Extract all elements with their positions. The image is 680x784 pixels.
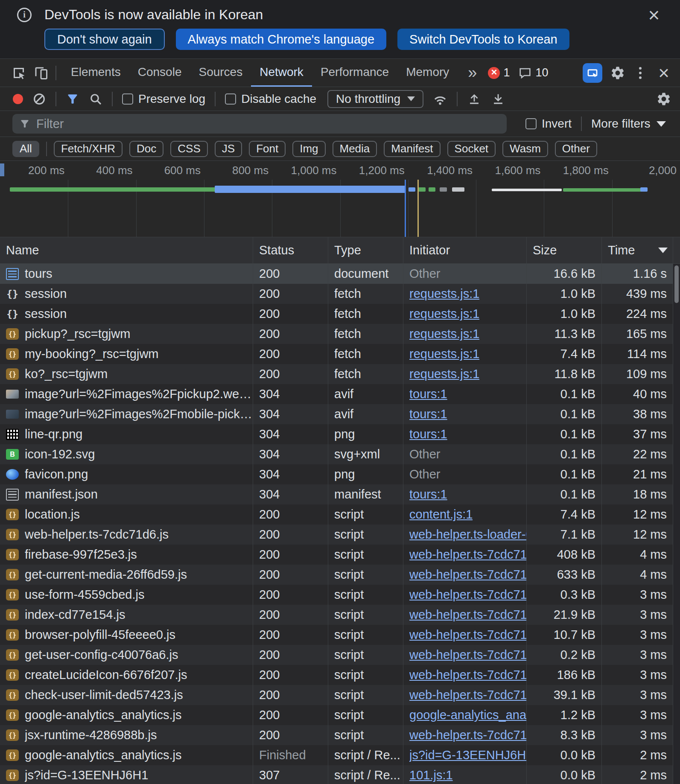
filter-chip-img[interactable]: Img [292, 141, 325, 157]
dont-show-again-button[interactable]: Don't show again [44, 29, 165, 50]
initiator-link[interactable]: tours:1 [409, 387, 447, 401]
initiator-link[interactable]: tours:1 [409, 407, 447, 421]
table-row[interactable]: browser-polyfill-45feeee0.js200scriptweb… [0, 625, 673, 645]
table-row[interactable]: session200fetchrequests.js:11.0 kB224 ms [0, 304, 673, 324]
overview-handle[interactable] [0, 163, 4, 176]
infobar-close-icon[interactable] [643, 4, 665, 26]
invert-checkbox[interactable] [525, 118, 537, 129]
match-chrome-language-button[interactable]: Always match Chrome's language [176, 29, 387, 50]
filter-chip-js[interactable]: JS [215, 141, 242, 157]
more-tabs-icon[interactable] [468, 64, 477, 82]
filter-chip-font[interactable]: Font [249, 141, 286, 157]
tab-network[interactable]: Network [251, 59, 312, 87]
column-header-name[interactable]: Name [0, 237, 253, 263]
tab-elements[interactable]: Elements [62, 59, 129, 87]
filter-input[interactable] [36, 117, 500, 131]
table-row[interactable]: js?id=G-13EENHJ6H1307script / Re...101.j… [0, 765, 673, 784]
tab-sources[interactable]: Sources [190, 59, 251, 87]
table-row[interactable]: ko?_rsc=tgjwm200fetchrequests.js:111.8 k… [0, 364, 673, 384]
initiator-link[interactable]: tours:1 [409, 487, 447, 501]
table-scrollbar[interactable] [673, 264, 680, 784]
switch-devtools-korean-button[interactable]: Switch DevTools to Korean [397, 29, 569, 50]
table-row[interactable]: google-analytics_analytics.jsFinishedscr… [0, 745, 673, 765]
initiator-link[interactable]: requests.js:1 [409, 347, 479, 361]
initiator-link[interactable]: web-helper.ts-7cdc71d6 [409, 568, 526, 582]
table-row[interactable]: use-form-4559cbed.js200scriptweb-helper.… [0, 585, 673, 605]
column-header-initiator[interactable]: Initiator [403, 237, 527, 263]
column-header-size[interactable]: Size [527, 237, 602, 263]
initiator-link[interactable]: 101.js:1 [409, 768, 453, 782]
initiator-link[interactable]: web-helper.ts-7cdc71d6 [409, 648, 526, 662]
initiator-link[interactable]: web-helper.ts-7cdc71d6 [409, 728, 526, 742]
initiator-link[interactable]: web-helper.ts-7cdc71d6 [409, 688, 526, 702]
messages-badge[interactable]: 10 [518, 66, 548, 80]
network-settings-gear-icon[interactable] [656, 91, 671, 107]
import-har-icon[interactable] [467, 92, 482, 106]
filter-chip-socket[interactable]: Socket [447, 141, 496, 157]
table-row[interactable]: get-user-config-c40076a6.js200scriptweb-… [0, 645, 673, 665]
table-row[interactable]: tours200documentOther16.6 kB1.16 s [0, 264, 673, 284]
table-row[interactable]: my-booking?_rsc=tgjwm200fetchrequests.js… [0, 344, 673, 364]
preserve-log-checkbox[interactable] [122, 93, 133, 105]
error-badge[interactable]: 1 [488, 66, 510, 79]
inspect-icon[interactable] [11, 65, 26, 81]
table-row[interactable]: google-analytics_analytics.js200scriptgo… [0, 705, 673, 725]
table-row[interactable]: firebase-997f25e3.js200scriptweb-helper.… [0, 545, 673, 565]
table-row[interactable]: index-cd77e154.js200scriptweb-helper.ts-… [0, 605, 673, 625]
column-header-time[interactable]: Time [602, 237, 673, 263]
table-row[interactable]: createLucideIcon-6676f207.js200scriptweb… [0, 665, 673, 685]
table-row[interactable]: line-qr.png304pngtours:10.1 kB37 ms [0, 424, 673, 444]
disable-cache-toggle[interactable]: Disable cache [225, 92, 316, 106]
export-har-icon[interactable] [491, 92, 505, 106]
table-row[interactable]: image?url=%2Fimages%2Fpickup2.webp...304… [0, 384, 673, 404]
invert-toggle[interactable]: Invert [525, 117, 572, 131]
screencast-icon[interactable] [583, 63, 602, 83]
initiator-link[interactable]: requests.js:1 [409, 327, 479, 341]
initiator-link[interactable]: tours:1 [409, 427, 447, 441]
more-filters-button[interactable]: More filters [591, 117, 665, 131]
table-row[interactable]: favicon.png304pngOther0.1 kB21 ms [0, 464, 673, 484]
initiator-link[interactable]: requests.js:1 [409, 367, 479, 381]
filter-funnel-icon[interactable] [66, 92, 79, 106]
table-row[interactable]: web-helper.ts-7cdc71d6.js200scriptweb-he… [0, 525, 673, 545]
search-icon[interactable] [89, 92, 102, 106]
table-row[interactable]: image?url=%2Fimages%2Fmobile-picku...304… [0, 404, 673, 424]
initiator-link[interactable]: web-helper.ts-7cdc71d6 [409, 548, 526, 562]
initiator-link[interactable]: js?id=G-13EENHJ6H1 [409, 748, 526, 762]
column-header-status[interactable]: Status [253, 237, 328, 263]
table-row[interactable]: icon-192.svg304svg+xmlOther0.1 kB22 ms [0, 444, 673, 464]
settings-gear-icon[interactable] [610, 65, 625, 81]
tab-console[interactable]: Console [129, 59, 190, 87]
table-row[interactable]: location.js200scriptcontent.js:17.4 kB12… [0, 504, 673, 525]
menu-dots-icon[interactable] [639, 72, 642, 74]
initiator-link[interactable]: google-analytics_analytics [409, 708, 526, 722]
initiator-link[interactable]: web-helper.ts-7cdc71d6 [409, 608, 526, 622]
initiator-link[interactable]: web-helper.ts-loader-0 [409, 528, 526, 542]
filter-chip-doc[interactable]: Doc [129, 141, 163, 157]
disable-cache-checkbox[interactable] [225, 93, 236, 105]
column-header-type[interactable]: Type [328, 237, 403, 263]
record-icon[interactable] [13, 94, 23, 104]
table-row[interactable]: get-current-media-26ff6d59.js200scriptwe… [0, 565, 673, 585]
initiator-link[interactable]: web-helper.ts-7cdc71d6 [409, 588, 526, 602]
initiator-link[interactable]: web-helper.ts-7cdc71d6 [409, 628, 526, 642]
initiator-link[interactable]: web-helper.ts-7cdc71d6 [409, 668, 526, 682]
filter-chip-man-ifest[interactable]: Man​ifest [384, 141, 440, 157]
tab-performance[interactable]: Performance [312, 59, 397, 87]
filter-chip-fetch-xhr[interactable]: Fetch/XHR [54, 141, 123, 157]
filter-chip-css[interactable]: CSS [170, 141, 207, 157]
filter-chip-media[interactable]: Media [333, 141, 377, 157]
initiator-link[interactable]: requests.js:1 [409, 307, 479, 321]
filter-chip-other[interactable]: Other [555, 141, 597, 157]
table-row[interactable]: manifest.json304manifesttours:10.1 kB18 … [0, 484, 673, 504]
table-row[interactable]: session200fetchrequests.js:11.0 kB439 ms [0, 284, 673, 304]
network-conditions-icon[interactable] [433, 92, 447, 106]
scrollbar-thumb[interactable] [674, 265, 679, 303]
tab-memory[interactable]: Memory [397, 59, 458, 87]
initiator-link[interactable]: content.js:1 [409, 507, 473, 522]
clear-icon[interactable] [32, 92, 46, 106]
preserve-log-toggle[interactable]: Preserve log [122, 92, 205, 106]
device-toolbar-icon[interactable] [33, 65, 49, 81]
filter-chip-wasm[interactable]: Wasm [502, 141, 548, 157]
filter-input-box[interactable] [12, 114, 507, 134]
